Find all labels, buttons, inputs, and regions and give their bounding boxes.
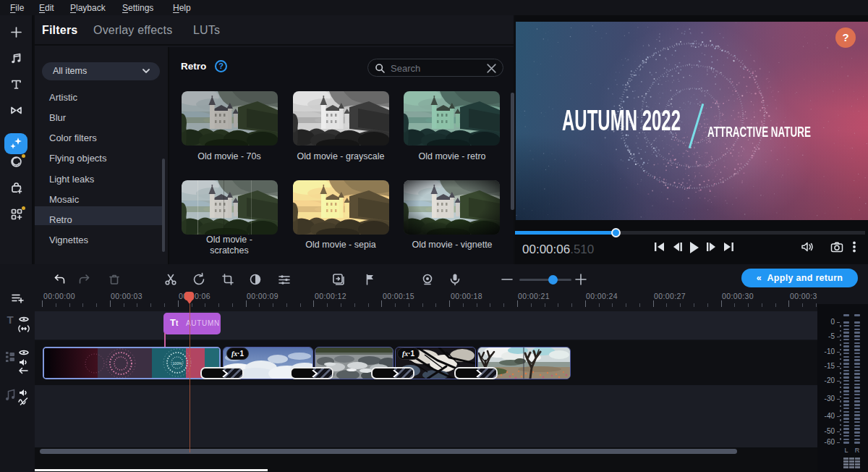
svg-text:100%: 100% bbox=[173, 361, 182, 366]
